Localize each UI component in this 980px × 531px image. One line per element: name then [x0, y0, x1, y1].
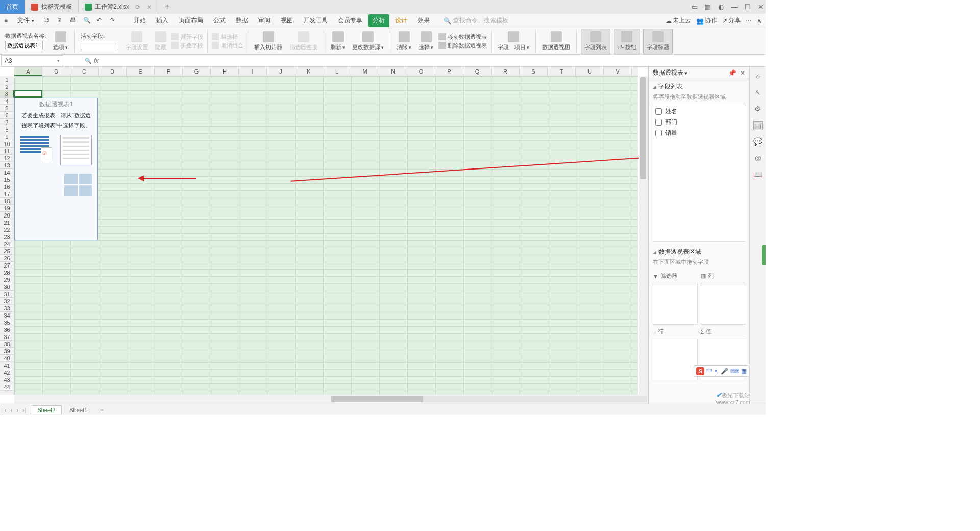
field-list[interactable]: 姓名 部门 销量 [653, 104, 745, 242]
tab-layout[interactable]: 页面布局 [174, 14, 208, 27]
filter-zone[interactable] [653, 283, 698, 325]
tab-data[interactable]: 数据 [231, 14, 253, 27]
field-list-toggle[interactable]: 字段列表 [581, 29, 610, 54]
active-field-input[interactable] [81, 41, 118, 50]
undo-icon[interactable]: ↶ [96, 17, 105, 25]
field-headers-toggle[interactable]: 字段标题 [643, 29, 673, 54]
preview-icon[interactable]: 🔍 [83, 17, 91, 25]
print-icon[interactable]: 🖶 [70, 17, 78, 25]
refresh-button[interactable]: 刷新 [328, 29, 347, 54]
book-icon[interactable]: 📖 [753, 170, 763, 179]
tab-insert[interactable]: 插入 [152, 14, 173, 27]
file-menu[interactable]: 文件▾ [14, 15, 37, 26]
tab-analyze[interactable]: 分析 [368, 14, 389, 27]
name-box[interactable]: A3▾ [1, 55, 63, 66]
vscroll-thumb[interactable] [640, 77, 646, 179]
row-headers[interactable]: 1234567891011121314151617181920212223242… [0, 76, 14, 395]
tab-dev[interactable]: 开发工具 [299, 14, 332, 27]
field-checkbox[interactable] [655, 119, 662, 126]
tab-view[interactable]: 视图 [276, 14, 298, 27]
change-source-button[interactable]: 更改数据源 [350, 29, 386, 54]
settings-icon[interactable]: ⚙ [753, 105, 763, 114]
chevron-icon[interactable]: ∧ [757, 17, 762, 25]
grid-icon[interactable]: ▦ [705, 3, 711, 11]
save-as-icon[interactable]: 🗎 [57, 17, 65, 25]
ime-punct-icon[interactable]: •, [715, 368, 719, 375]
tab-design[interactable]: 设计 [390, 14, 412, 27]
tab-add[interactable]: ＋ [158, 0, 177, 14]
pivot-name-input[interactable] [5, 41, 43, 50]
tab-close-icon[interactable]: ✕ [146, 4, 152, 11]
spreadsheet[interactable]: ABCDEFGHIJKLMNOPQRSTUV 12345678910111213… [0, 67, 648, 404]
tab-template[interactable]: 找稻壳模板 [25, 0, 79, 14]
location-icon[interactable]: ◎ [753, 154, 763, 163]
sheet-next-icon[interactable]: › [16, 407, 18, 413]
save-icon[interactable]: 🖫 [43, 17, 52, 25]
options-button[interactable]: 选项 [51, 29, 70, 54]
field-item[interactable]: 姓名 [655, 106, 743, 117]
layout-icon[interactable]: ▭ [692, 3, 698, 11]
comment-icon[interactable]: 💬 [753, 137, 763, 147]
field-item[interactable]: 部门 [655, 117, 743, 128]
pivot-chart-button[interactable]: 数据透视图 [540, 29, 572, 54]
ime-mode[interactable]: 中 [706, 367, 713, 375]
pin-icon[interactable]: 📌 [728, 69, 736, 77]
column-zone[interactable] [701, 283, 746, 325]
tab-start[interactable]: 开始 [129, 14, 151, 27]
sheet-prev-icon[interactable]: ‹ [11, 407, 13, 413]
clear-button[interactable]: 清除 [395, 29, 413, 54]
more-icon[interactable]: ⋯ [746, 17, 752, 25]
style-icon[interactable]: ⟐ [753, 72, 763, 81]
user-icon[interactable]: ◐ [718, 3, 724, 11]
cursor-icon[interactable]: ↖ [753, 88, 763, 98]
tab-review[interactable]: 审阅 [254, 14, 275, 27]
field-item[interactable]: 销量 [655, 128, 743, 138]
row-zone[interactable] [653, 339, 698, 380]
pm-buttons-toggle[interactable]: +/- 按钮 [614, 29, 640, 54]
tab-home[interactable]: 首页 [0, 0, 25, 14]
pane-close-icon[interactable]: ✕ [740, 69, 745, 77]
cell-grid[interactable]: 数据透视表1 若要生成报表，请从“数据透 视表字段列表”中选择字段。 [14, 76, 638, 395]
ime-grid-icon[interactable]: ▦ [741, 368, 747, 375]
selected-cell[interactable] [14, 90, 42, 98]
tab-formula[interactable]: 公式 [209, 14, 230, 27]
redo-icon[interactable]: ↷ [110, 17, 118, 25]
column-headers[interactable]: ABCDEFGHIJKLMNOPQRSTUV [14, 67, 638, 76]
delete-pivot-button[interactable]: 删除数据透视表 [438, 42, 487, 50]
hscroll-thumb[interactable] [331, 396, 423, 402]
move-pivot-button[interactable]: 移动数据透视表 [438, 33, 487, 41]
share-button[interactable]: ↗ 分享 [722, 16, 741, 25]
select-button[interactable]: 选择 [416, 29, 435, 54]
minimize-icon[interactable]: — [731, 3, 738, 11]
tab-member[interactable]: 会员专享 [333, 14, 367, 27]
expand-icon [172, 33, 179, 40]
insert-slicer-button[interactable]: 插入切片器 [252, 29, 284, 54]
sheet-add-icon[interactable]: ＋ [95, 406, 109, 414]
collab-button[interactable]: 👥 协作 [696, 16, 717, 25]
sheet-last-icon[interactable]: ›| [22, 407, 26, 413]
fx-label[interactable]: fx [85, 57, 99, 64]
pivot-pane-title[interactable]: 数据透视表 [653, 68, 687, 77]
tab-refresh-icon[interactable]: ⟳ [135, 4, 140, 11]
field-checkbox[interactable] [655, 108, 662, 115]
menu-icon[interactable]: ≡ [4, 17, 12, 25]
sheet-tab-active[interactable]: Sheet2 [31, 405, 62, 414]
command-search[interactable]: 🔍查找命令、搜索模板 [444, 16, 508, 25]
sheet-first-icon[interactable]: |‹ [3, 407, 7, 413]
close-icon[interactable]: ✕ [758, 3, 764, 11]
tab-workbook[interactable]: 工作簿2.xlsx⟳✕ [79, 0, 158, 14]
sidebar-pull-tab[interactable] [762, 245, 766, 266]
vertical-scrollbar[interactable] [639, 76, 648, 395]
sheet-tab[interactable]: Sheet1 [63, 405, 94, 415]
maximize-icon[interactable]: ☐ [745, 3, 751, 11]
ime-voice-icon[interactable]: 🎤 [721, 368, 728, 375]
field-checkbox[interactable] [655, 130, 662, 136]
pivot-pane-icon[interactable]: ▦ [753, 121, 763, 130]
tab-effect[interactable]: 效果 [413, 14, 434, 27]
ime-keyboard-icon[interactable]: ⌨ [730, 368, 739, 375]
ime-toolbar[interactable]: S 中 •, 🎤 ⌨ ▦ [694, 365, 749, 377]
fields-items-button[interactable]: 字段、项目 [496, 29, 531, 54]
cloud-status[interactable]: ☁ 未上云 [666, 16, 691, 25]
horizontal-scrollbar[interactable] [14, 395, 648, 404]
pivot-placeholder[interactable]: 数据透视表1 若要生成报表，请从“数据透 视表字段列表”中选择字段。 [14, 98, 98, 240]
